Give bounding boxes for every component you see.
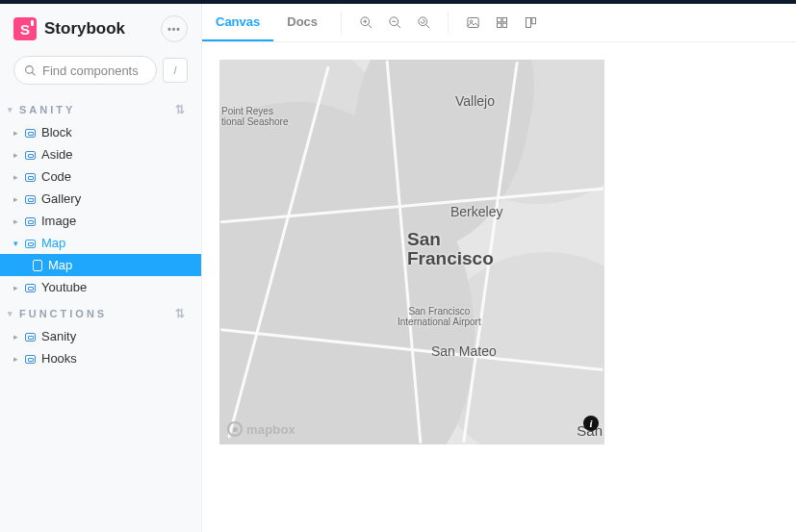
search-input[interactable]: Find components — [13, 56, 157, 85]
sidebar-item-code[interactable]: ▸ Code — [0, 165, 201, 188]
map-label-point-reyes: Point Reyestional Seashore — [221, 106, 289, 127]
sidebar-menu-button[interactable]: ••• — [161, 15, 188, 42]
caret-right-icon: ▸ — [13, 194, 23, 204]
sidebar-story-map[interactable]: Map — [0, 254, 201, 276]
separator — [448, 12, 449, 34]
sidebar: S Storybook ••• Find components / ▾ Sani… — [0, 4, 202, 532]
sidebar-item-label: Code — [41, 169, 71, 184]
sidebar-item-label: Block — [41, 125, 72, 139]
brand-row: S Storybook ••• — [0, 15, 201, 56]
search-placeholder: Find components — [42, 63, 139, 78]
sidebar-item-label: Image — [41, 214, 76, 228]
zoom-in-icon — [359, 15, 373, 30]
caret-down-icon: ▾ — [13, 239, 23, 248]
search-shortcut-key: / — [163, 58, 188, 83]
svg-rect-14 — [502, 18, 506, 22]
sidebar-item-label: Sanity — [41, 329, 76, 343]
caret-down-icon: ▾ — [8, 105, 15, 114]
map-attribution[interactable]: mapbox — [227, 421, 295, 437]
caret-right-icon: ▸ — [13, 172, 23, 182]
zoom-reset-button[interactable] — [409, 4, 438, 41]
zoom-reset-icon — [417, 15, 431, 30]
sort-icon[interactable]: ⇅ — [175, 310, 188, 317]
tab-canvas[interactable]: Canvas — [202, 4, 273, 41]
zoom-in-button[interactable] — [351, 4, 380, 41]
zoom-out-icon — [388, 15, 402, 30]
component-icon — [25, 355, 36, 364]
component-icon — [25, 129, 36, 138]
svg-line-10 — [425, 24, 429, 28]
svg-point-0 — [26, 65, 34, 73]
sidebar-item-image[interactable]: ▸ Image — [0, 210, 201, 232]
image-icon — [466, 15, 480, 30]
component-icon — [25, 333, 36, 342]
svg-rect-16 — [502, 23, 506, 27]
search-icon — [24, 64, 37, 77]
sidebar-item-label: Hooks — [41, 351, 77, 366]
caret-right-icon: ▸ — [13, 216, 23, 226]
sidebar-item-map[interactable]: ▾ Map — [0, 232, 201, 254]
map-label-berkeley: Berkeley — [450, 204, 502, 219]
map-component[interactable]: Point Reyestional Seashore Vallejo Berke… — [219, 60, 604, 444]
brand-name: Storybook — [44, 19, 161, 38]
background-button[interactable] — [458, 4, 487, 41]
svg-line-1 — [32, 72, 35, 75]
component-icon — [25, 217, 36, 226]
map-label-san-mateo: San Mateo — [431, 343, 497, 359]
component-icon — [25, 240, 36, 248]
svg-line-3 — [368, 24, 372, 28]
svg-rect-13 — [497, 18, 501, 22]
group-label: Functions — [19, 308, 107, 319]
caret-down-icon: ▾ — [8, 309, 15, 318]
viewport-button[interactable] — [516, 4, 545, 41]
toolbar: Canvas Docs — [202, 4, 796, 42]
separator — [341, 12, 342, 34]
sidebar-item-aside[interactable]: ▸ Aside — [0, 143, 201, 165]
map-info-button[interactable]: i — [583, 416, 599, 431]
map-label-vallejo: Vallejo — [455, 93, 495, 109]
zoom-out-button[interactable] — [380, 4, 409, 41]
mapbox-logo-icon — [227, 421, 243, 437]
group-header-functions[interactable]: ▾ Functions ⇅ — [0, 298, 201, 325]
sidebar-item-gallery[interactable]: ▸ Gallery — [0, 188, 201, 210]
sidebar-item-label: Aside — [41, 147, 73, 162]
sidebar-item-block[interactable]: ▸ Block — [0, 121, 201, 143]
grid-icon — [495, 15, 509, 30]
sidebar-item-label: Map — [48, 258, 72, 272]
tab-docs[interactable]: Docs — [273, 4, 331, 41]
component-icon — [25, 284, 36, 292]
svg-line-7 — [397, 24, 400, 28]
caret-right-icon: ▸ — [13, 283, 23, 292]
group-header-sanity[interactable]: ▾ Sanity ⇅ — [0, 94, 201, 121]
sidebar-item-label: Map — [41, 236, 65, 250]
sidebar-item-label: Youtube — [41, 280, 87, 294]
sidebar-item-sanity[interactable]: ▸ Sanity — [0, 325, 201, 347]
component-icon — [25, 151, 36, 160]
svg-point-9 — [418, 17, 426, 26]
map-label-san-francisco: SanFrancisco — [407, 230, 494, 268]
caret-right-icon: ▸ — [13, 128, 23, 138]
grid-button[interactable] — [487, 4, 516, 41]
svg-rect-18 — [531, 18, 535, 24]
component-icon — [25, 195, 36, 204]
viewport-icon — [524, 15, 538, 30]
main-panel: Canvas Docs — [202, 4, 796, 532]
sidebar-item-youtube[interactable]: ▸ Youtube — [0, 276, 201, 298]
svg-rect-15 — [497, 23, 501, 27]
sidebar-item-hooks[interactable]: ▸ Hooks — [0, 347, 201, 369]
caret-right-icon: ▸ — [13, 150, 23, 160]
component-icon — [25, 173, 36, 182]
svg-rect-17 — [526, 18, 530, 28]
storybook-logo: S — [13, 17, 37, 40]
map-label-sfo: San FranciscoInternational Airport — [398, 306, 481, 327]
map-attribution-text: mapbox — [246, 422, 295, 437]
caret-right-icon: ▸ — [13, 354, 23, 364]
sidebar-item-label: Gallery — [41, 191, 81, 206]
group-label: Sanity — [19, 104, 75, 115]
canvas-area: Point Reyestional Seashore Vallejo Berke… — [202, 42, 796, 532]
sort-icon[interactable]: ⇅ — [175, 106, 188, 114]
svg-rect-11 — [467, 18, 477, 28]
story-icon — [33, 260, 42, 271]
caret-right-icon: ▸ — [13, 332, 23, 342]
